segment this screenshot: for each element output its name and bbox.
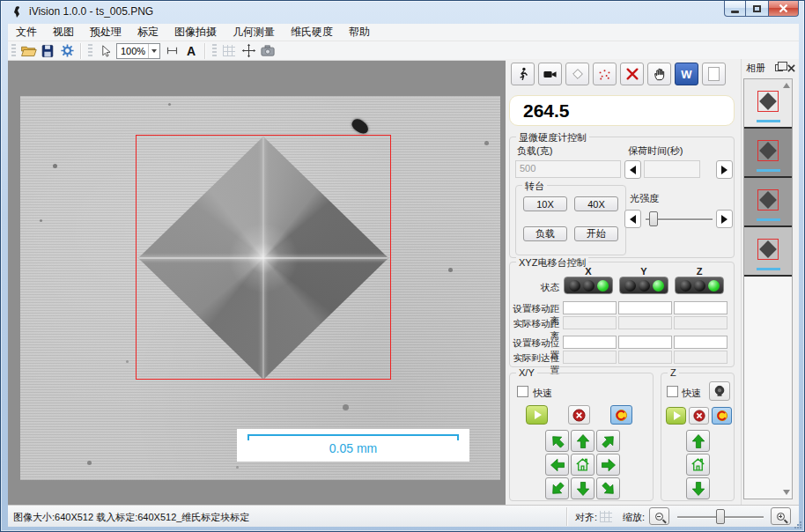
xy-jog-down-button[interactable] <box>571 477 595 499</box>
measurement-roi-rectangle[interactable] <box>136 135 391 380</box>
thumbnail-3[interactable] <box>744 178 792 227</box>
menu-geometry-measure[interactable]: 几何测量 <box>225 24 283 41</box>
slider-thumb[interactable] <box>716 509 725 524</box>
menu-file[interactable]: 文件 <box>8 24 45 41</box>
zoom-in-button[interactable] <box>771 507 791 525</box>
xy-jog-right-button[interactable] <box>596 454 620 476</box>
measure-tool-button[interactable] <box>162 42 181 60</box>
xy-home-button[interactable] <box>571 454 595 476</box>
xy-jog-up-right-button[interactable] <box>596 430 620 452</box>
x-set-distance-field[interactable] <box>563 301 617 314</box>
maximize-button[interactable] <box>746 1 769 17</box>
microscope-image[interactable]: 0.05 mm <box>20 96 500 480</box>
thumbnail-2[interactable] <box>744 129 792 178</box>
grid-overlay-button[interactable] <box>219 42 239 60</box>
menu-calibration[interactable]: 标定 <box>129 24 166 41</box>
dwell-decrease-button[interactable] <box>624 160 641 179</box>
diamond-measure-button[interactable] <box>565 63 589 85</box>
xy-fast-checkbox[interactable] <box>517 386 528 397</box>
align-grid-icon[interactable] <box>600 511 612 522</box>
text-tool-button[interactable]: A <box>181 42 201 60</box>
stop-x-icon <box>572 409 586 422</box>
xy-power-button[interactable] <box>610 405 632 425</box>
menu-preprocess[interactable]: 预处理 <box>82 24 129 41</box>
zoom-combobox-value: 100% <box>117 46 148 56</box>
turret-start-button[interactable]: 开始 <box>574 226 618 241</box>
menu-help[interactable]: 帮助 <box>341 24 378 41</box>
album-close-icon[interactable] <box>787 64 795 72</box>
menu-view[interactable]: 视图 <box>45 24 82 41</box>
y-set-position-field[interactable] <box>618 336 672 349</box>
dwell-time-field <box>644 160 700 178</box>
xy-jog-group: X/Y 快速 <box>509 373 654 501</box>
app-icon <box>10 5 24 19</box>
menu-vickers-hardness[interactable]: 维氏硬度 <box>283 24 341 41</box>
pan-tool-button[interactable] <box>647 63 671 85</box>
menu-image-capture[interactable]: 图像拍摄 <box>166 24 225 41</box>
arrow-down-right-icon <box>597 477 619 499</box>
arrow-left-icon <box>630 215 636 224</box>
webcam-icon <box>713 385 726 397</box>
xy-jog-left-button[interactable] <box>545 454 569 476</box>
arrow-up-icon <box>575 433 591 449</box>
arrow-up-left-icon <box>546 430 568 452</box>
minimize-button[interactable] <box>724 1 746 17</box>
thumbnail-4[interactable] <box>744 227 792 277</box>
xy-jog-up-left-button[interactable] <box>545 430 569 452</box>
zoom-combobox-dropdown[interactable] <box>148 44 159 58</box>
z-set-distance-field[interactable] <box>674 301 727 314</box>
view-zoom-slider[interactable] <box>677 507 764 526</box>
open-file-button[interactable] <box>18 42 38 60</box>
float-panel-icon[interactable] <box>775 64 783 71</box>
light-intensity-label: 光强度 <box>630 192 659 205</box>
zoom-out-button[interactable] <box>649 507 669 525</box>
crosshair-move-button[interactable] <box>239 42 258 60</box>
resize-grip[interactable] <box>794 521 802 529</box>
turret-40x-button[interactable]: 40X <box>574 196 618 211</box>
export-word-button[interactable]: W <box>675 63 698 85</box>
xy-stop-button[interactable] <box>568 405 590 425</box>
xy-jog-down-right-button[interactable] <box>596 477 620 499</box>
thumbnail-indent <box>759 191 777 209</box>
slider-thumb[interactable] <box>649 211 658 226</box>
diamond-icon <box>571 67 585 81</box>
settings-button[interactable] <box>57 42 77 60</box>
xy-jog-up-button[interactable] <box>571 430 595 452</box>
z-set-position-field[interactable] <box>674 336 727 349</box>
live-video-button[interactable] <box>538 63 562 85</box>
camera-capture-button[interactable] <box>258 42 277 60</box>
save-button[interactable] <box>38 42 57 60</box>
z-fast-checkbox[interactable] <box>667 386 678 397</box>
y-set-distance-field[interactable] <box>618 301 672 314</box>
z-home-button[interactable] <box>686 454 710 476</box>
auto-measure-button[interactable] <box>511 63 535 85</box>
scroll-up-arrow[interactable] <box>783 83 790 88</box>
close-button[interactable] <box>769 1 799 17</box>
turret-load-button[interactable]: 负载 <box>523 226 567 241</box>
points-tool-button[interactable] <box>593 63 617 85</box>
z-stop-button[interactable] <box>689 407 709 425</box>
dirt-blob <box>350 116 371 136</box>
scroll-down-arrow[interactable] <box>783 490 790 495</box>
z-start-button[interactable] <box>666 407 686 425</box>
new-report-button[interactable] <box>702 63 726 85</box>
zoom-combobox[interactable]: 100% <box>116 43 160 59</box>
app-window: iVision 1.0.0 - ts_005.PNG 文件 视图 预处理 标定 … <box>0 0 805 532</box>
dwell-increase-button[interactable] <box>716 160 733 179</box>
image-canvas[interactable]: 0.05 mm <box>8 61 506 505</box>
light-decrease-button[interactable] <box>624 210 641 228</box>
x-set-position-field[interactable] <box>563 336 617 349</box>
z-autofocus-button[interactable] <box>709 381 730 401</box>
red-x-icon <box>625 67 639 81</box>
light-intensity-slider[interactable] <box>646 210 713 228</box>
thumbnail-roi <box>757 239 779 260</box>
light-increase-button[interactable] <box>716 210 733 228</box>
delete-measure-button[interactable] <box>620 63 644 85</box>
xy-jog-down-left-button[interactable] <box>545 477 569 499</box>
turret-10x-button[interactable]: 10X <box>523 196 567 211</box>
xy-start-button[interactable] <box>526 405 548 425</box>
z-jog-up-button[interactable] <box>686 430 710 452</box>
z-power-button[interactable] <box>712 407 732 425</box>
pointer-tool-button[interactable] <box>95 42 114 60</box>
z-jog-down-button[interactable] <box>686 477 710 499</box>
